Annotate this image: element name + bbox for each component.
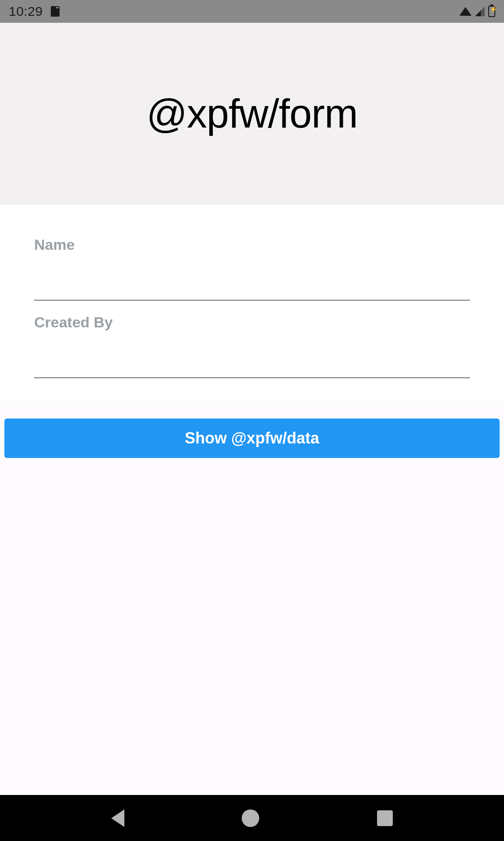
page-title: @xpfw/form: [146, 91, 357, 137]
sd-card-icon: [51, 6, 60, 17]
content-area: @xpfw/form Name Created By Show @xpfw/da…: [0, 23, 504, 795]
home-button[interactable]: [242, 809, 259, 827]
status-right: [459, 6, 495, 17]
battery-icon: [488, 6, 495, 17]
wifi-icon: [459, 7, 472, 16]
back-button[interactable]: [111, 809, 124, 827]
header-section: @xpfw/form: [0, 23, 504, 205]
status-time: 10:29: [9, 4, 43, 19]
show-data-button[interactable]: Show @xpfw/data: [4, 419, 500, 458]
form-field-created-by: Created By: [34, 314, 470, 378]
status-bar: 10:29: [0, 0, 504, 23]
recent-apps-button[interactable]: [377, 810, 393, 826]
created-by-label: Created By: [34, 314, 470, 331]
navigation-bar: [0, 795, 504, 841]
name-input[interactable]: [34, 257, 470, 301]
signal-icon: [475, 7, 485, 16]
status-left: 10:29: [9, 4, 60, 19]
form-section: Name Created By: [0, 205, 504, 400]
form-field-name: Name: [34, 236, 470, 301]
name-label: Name: [34, 236, 470, 253]
created-by-input[interactable]: [34, 334, 470, 378]
